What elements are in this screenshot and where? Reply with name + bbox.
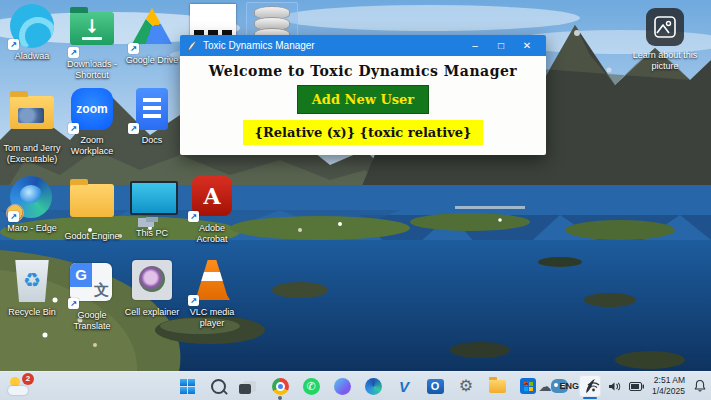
- close-button[interactable]: [514, 35, 540, 56]
- monitor-icon: [130, 181, 178, 215]
- shortcut-arrow-icon: [8, 39, 19, 50]
- task-view-button[interactable]: [238, 375, 260, 397]
- desktop-icon-this-pc[interactable]: This PC: [123, 176, 181, 239]
- icon-label: Downloads - Shortcut: [63, 59, 121, 81]
- volume-icon[interactable]: [608, 381, 621, 392]
- icon-label: Recycle Bin: [3, 307, 61, 318]
- downloads-folder-icon: [70, 12, 114, 45]
- icon-label: Docs: [123, 135, 181, 146]
- language-indicator[interactable]: ENG: [559, 381, 579, 391]
- task-view-icon: [243, 381, 256, 392]
- icon-label: Aladwaa: [3, 51, 61, 62]
- icon-label: This PC: [123, 228, 181, 239]
- whatsapp-button[interactable]: [300, 375, 322, 397]
- window-content: Welcome to Toxic Dynamics Manager Add Ne…: [180, 56, 546, 155]
- toxic-dynamics-manager-window: Toxic Dynamics Manager Welcome to Toxic …: [180, 35, 546, 155]
- start-button[interactable]: [176, 375, 198, 397]
- taskbar: 2 ENG: [0, 371, 711, 400]
- widgets-badge: 2: [22, 373, 34, 385]
- outlook-button[interactable]: [424, 375, 446, 397]
- copilot-icon: [334, 378, 351, 395]
- widgets-button[interactable]: 2: [8, 374, 30, 398]
- desktop-icon-google-translate[interactable]: Google Translate: [63, 260, 121, 332]
- window-titlebar[interactable]: Toxic Dynamics Manager: [180, 35, 546, 56]
- desktop-icon-recycle-bin[interactable]: Recycle Bin: [3, 260, 61, 318]
- copilot-button[interactable]: [331, 375, 353, 397]
- desktop-icon-zoom[interactable]: zoom Zoom Workplace: [63, 88, 121, 157]
- learn-about-picture-widget[interactable]: Learn about this picture: [629, 8, 701, 73]
- folder-image-icon: [10, 96, 54, 129]
- image-thumbnail-icon: [132, 260, 172, 300]
- window-title: Toxic Dynamics Manager: [203, 40, 462, 51]
- tray-date: 1/4/2025: [652, 386, 685, 397]
- shortcut-arrow-icon: [68, 298, 79, 309]
- minimize-button[interactable]: [462, 35, 488, 56]
- icon-label: Google Translate: [63, 310, 121, 332]
- chrome-button[interactable]: [269, 375, 291, 397]
- chrome-icon: [272, 378, 289, 395]
- desktop-icon-tom-and-jerry[interactable]: Tom and Jerry (Executable): [3, 88, 61, 165]
- search-button[interactable]: [207, 375, 229, 397]
- shortcut-arrow-icon: [128, 123, 139, 134]
- desktop-icon-vlc[interactable]: VLC media player: [183, 260, 241, 329]
- system-tray: ENG: [522, 372, 707, 400]
- desktop-icon-adobe-acrobat[interactable]: A Adobe Acrobat: [183, 176, 241, 245]
- file-explorer-button[interactable]: [486, 375, 508, 397]
- maximize-button[interactable]: [488, 35, 514, 56]
- chevron-up-icon[interactable]: [522, 381, 530, 392]
- settings-gear-icon: [459, 378, 473, 394]
- icon-label: Godot Engine: [63, 231, 121, 242]
- desktop-icon-godot-engine[interactable]: Godot Engine: [63, 176, 121, 242]
- learn-about-picture-label: Learn about this picture: [629, 50, 701, 73]
- folder-icon: [70, 184, 114, 217]
- shortcut-arrow-icon: [188, 295, 199, 306]
- edge-icon: [365, 378, 382, 395]
- welcome-heading: Welcome to Toxic Dynamics Manager: [209, 63, 517, 79]
- shortcut-arrow-icon: [188, 211, 199, 222]
- relative-banner: {Relative (x)} {toxic relative}: [243, 120, 484, 145]
- icon-label: Google Drive: [123, 55, 181, 66]
- shortcut-arrow-icon: [8, 211, 19, 222]
- quill-icon: [186, 40, 198, 52]
- desktop-icon-downloads[interactable]: Downloads - Shortcut: [63, 4, 121, 81]
- icon-label: Adobe Acrobat: [183, 223, 241, 245]
- vlc-cone-icon: [194, 260, 230, 300]
- icon-label: Cell explainer: [123, 307, 181, 318]
- shortcut-arrow-icon: [68, 47, 79, 58]
- start-icon: [180, 379, 195, 394]
- battery-icon[interactable]: [629, 382, 644, 391]
- icon-label: Tom and Jerry (Executable): [3, 143, 61, 165]
- wifi-icon[interactable]: [587, 381, 600, 392]
- onedrive-cloud-icon[interactable]: [538, 379, 551, 394]
- whatsapp-icon: [303, 378, 320, 395]
- desktop-icon-docs[interactable]: Docs: [123, 88, 181, 146]
- shortcut-arrow-icon: [128, 43, 139, 54]
- icon-label: VLC media player: [183, 307, 241, 329]
- notification-bell-icon[interactable]: [693, 379, 707, 393]
- file-explorer-icon: [489, 380, 506, 393]
- landscape-photo-icon: [646, 8, 684, 46]
- desktop-icon-aladwaa[interactable]: Aladwaa: [3, 4, 61, 62]
- settings-button[interactable]: [455, 375, 477, 397]
- shortcut-arrow-icon: [68, 123, 79, 134]
- desktop: Aladwaa Downloads - Shortcut Google Driv…: [0, 0, 711, 400]
- search-icon: [211, 379, 226, 394]
- edge-button[interactable]: [362, 375, 384, 397]
- google-translate-icon: [70, 263, 112, 301]
- outlook-icon: [427, 379, 444, 394]
- google-drive-icon: [132, 8, 172, 44]
- add-new-user-button[interactable]: Add New User: [297, 85, 429, 114]
- desktop-icon-cell-explainer[interactable]: Cell explainer: [123, 260, 181, 318]
- clock[interactable]: 2:51 AM 1/4/2025: [652, 375, 685, 396]
- desktop-icon-google-drive[interactable]: Google Drive: [123, 4, 181, 66]
- vscode-button[interactable]: [393, 375, 415, 397]
- icon-label: Zoom Workplace: [63, 135, 121, 157]
- desktop-icon-maro-edge[interactable]: Maro - Edge: [3, 176, 61, 234]
- adobe-acrobat-icon: A: [192, 176, 232, 216]
- icon-label: Maro - Edge: [3, 223, 61, 234]
- google-docs-icon: [136, 88, 168, 130]
- weather-icon: 2: [8, 377, 30, 395]
- recycle-bin-icon: [13, 260, 51, 302]
- vscode-icon: [399, 378, 409, 395]
- tray-time: 2:51 AM: [652, 375, 685, 386]
